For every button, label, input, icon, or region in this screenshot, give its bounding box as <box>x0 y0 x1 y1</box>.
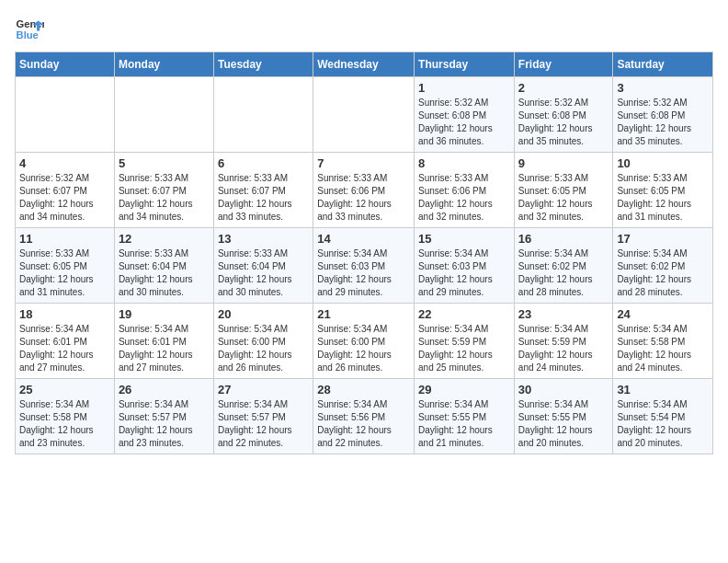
day-number: 8 <box>418 156 510 170</box>
day-number: 25 <box>19 383 110 396</box>
day-info: Sunrise: 5:33 AM Sunset: 6:05 PM Dayligh… <box>19 247 110 299</box>
day-number: 19 <box>119 307 210 321</box>
day-number: 27 <box>218 383 309 396</box>
day-cell: 19Sunrise: 5:34 AM Sunset: 6:01 PM Dayli… <box>114 304 213 379</box>
day-cell <box>213 77 313 153</box>
header-row: SundayMondayTuesdayWednesdayThursdayFrid… <box>16 52 713 77</box>
day-number: 10 <box>617 156 709 170</box>
day-info: Sunrise: 5:34 AM Sunset: 5:59 PM Dayligh… <box>518 323 609 374</box>
day-info: Sunrise: 5:33 AM Sunset: 6:06 PM Dayligh… <box>317 172 410 224</box>
day-cell: 7Sunrise: 5:33 AM Sunset: 6:06 PM Daylig… <box>313 153 415 228</box>
day-info: Sunrise: 5:34 AM Sunset: 5:58 PM Dayligh… <box>19 398 110 450</box>
header-sunday: Sunday <box>16 52 115 77</box>
day-info: Sunrise: 5:34 AM Sunset: 5:54 PM Dayligh… <box>617 398 709 450</box>
day-cell: 24Sunrise: 5:34 AM Sunset: 5:58 PM Dayli… <box>613 304 713 379</box>
day-number: 6 <box>218 156 309 170</box>
logo-icon: General Blue <box>15 15 44 44</box>
day-cell: 16Sunrise: 5:34 AM Sunset: 6:02 PM Dayli… <box>514 228 613 304</box>
day-number: 16 <box>518 232 609 246</box>
day-cell: 26Sunrise: 5:34 AM Sunset: 5:57 PM Dayli… <box>114 379 213 454</box>
day-info: Sunrise: 5:34 AM Sunset: 6:00 PM Dayligh… <box>317 323 410 374</box>
day-number: 22 <box>418 307 510 321</box>
day-cell: 20Sunrise: 5:34 AM Sunset: 6:00 PM Dayli… <box>213 304 313 379</box>
day-info: Sunrise: 5:34 AM Sunset: 5:55 PM Dayligh… <box>518 398 609 450</box>
day-number: 3 <box>617 81 709 95</box>
day-info: Sunrise: 5:34 AM Sunset: 6:02 PM Dayligh… <box>518 247 609 299</box>
day-number: 20 <box>218 307 309 321</box>
day-info: Sunrise: 5:33 AM Sunset: 6:07 PM Dayligh… <box>218 172 309 224</box>
day-number: 28 <box>317 383 410 396</box>
day-info: Sunrise: 5:33 AM Sunset: 6:04 PM Dayligh… <box>218 247 309 299</box>
day-cell: 22Sunrise: 5:34 AM Sunset: 5:59 PM Dayli… <box>415 304 515 379</box>
day-number: 18 <box>19 307 110 321</box>
day-info: Sunrise: 5:34 AM Sunset: 5:55 PM Dayligh… <box>418 398 510 450</box>
header-monday: Monday <box>114 52 213 77</box>
week-row-4: 18Sunrise: 5:34 AM Sunset: 6:01 PM Dayli… <box>16 304 713 379</box>
day-cell <box>313 77 415 153</box>
day-cell: 31Sunrise: 5:34 AM Sunset: 5:54 PM Dayli… <box>613 379 713 454</box>
day-cell: 18Sunrise: 5:34 AM Sunset: 6:01 PM Dayli… <box>16 304 115 379</box>
day-number: 31 <box>617 383 709 396</box>
day-number: 24 <box>617 307 709 321</box>
day-number: 15 <box>418 232 510 246</box>
day-info: Sunrise: 5:34 AM Sunset: 5:59 PM Dayligh… <box>418 323 510 374</box>
day-number: 1 <box>418 81 510 95</box>
header-thursday: Thursday <box>415 52 515 77</box>
svg-text:Blue: Blue <box>17 29 39 40</box>
day-cell: 1Sunrise: 5:32 AM Sunset: 6:08 PM Daylig… <box>415 77 515 153</box>
day-info: Sunrise: 5:34 AM Sunset: 6:01 PM Dayligh… <box>119 323 210 374</box>
day-number: 2 <box>518 81 609 95</box>
day-number: 5 <box>119 156 210 170</box>
day-cell: 17Sunrise: 5:34 AM Sunset: 6:02 PM Dayli… <box>613 228 713 304</box>
day-number: 23 <box>518 307 609 321</box>
day-info: Sunrise: 5:32 AM Sunset: 6:07 PM Dayligh… <box>19 172 110 224</box>
day-number: 4 <box>19 156 110 170</box>
day-info: Sunrise: 5:34 AM Sunset: 6:03 PM Dayligh… <box>317 247 410 299</box>
day-info: Sunrise: 5:34 AM Sunset: 5:58 PM Dayligh… <box>617 323 709 374</box>
week-row-5: 25Sunrise: 5:34 AM Sunset: 5:58 PM Dayli… <box>16 379 713 454</box>
day-cell: 6Sunrise: 5:33 AM Sunset: 6:07 PM Daylig… <box>213 153 313 228</box>
day-info: Sunrise: 5:33 AM Sunset: 6:04 PM Dayligh… <box>119 247 210 299</box>
day-number: 9 <box>518 156 609 170</box>
day-number: 14 <box>317 232 410 246</box>
page-header: General Blue <box>15 15 713 44</box>
day-number: 29 <box>418 383 510 396</box>
header-friday: Friday <box>514 52 613 77</box>
week-row-3: 11Sunrise: 5:33 AM Sunset: 6:05 PM Dayli… <box>16 228 713 304</box>
day-info: Sunrise: 5:34 AM Sunset: 6:01 PM Dayligh… <box>19 323 110 374</box>
day-info: Sunrise: 5:33 AM Sunset: 6:05 PM Dayligh… <box>518 172 609 224</box>
logo: General Blue <box>15 15 44 44</box>
day-cell <box>16 77 115 153</box>
day-info: Sunrise: 5:34 AM Sunset: 5:57 PM Dayligh… <box>119 398 210 450</box>
day-cell: 27Sunrise: 5:34 AM Sunset: 5:57 PM Dayli… <box>213 379 313 454</box>
day-cell: 30Sunrise: 5:34 AM Sunset: 5:55 PM Dayli… <box>514 379 613 454</box>
day-cell: 23Sunrise: 5:34 AM Sunset: 5:59 PM Dayli… <box>514 304 613 379</box>
day-number: 11 <box>19 232 110 246</box>
day-cell: 9Sunrise: 5:33 AM Sunset: 6:05 PM Daylig… <box>514 153 613 228</box>
day-info: Sunrise: 5:34 AM Sunset: 6:00 PM Dayligh… <box>218 323 309 374</box>
day-number: 12 <box>119 232 210 246</box>
day-info: Sunrise: 5:33 AM Sunset: 6:07 PM Dayligh… <box>119 172 210 224</box>
day-info: Sunrise: 5:33 AM Sunset: 6:06 PM Dayligh… <box>418 172 510 224</box>
day-cell: 11Sunrise: 5:33 AM Sunset: 6:05 PM Dayli… <box>16 228 115 304</box>
week-row-2: 4Sunrise: 5:32 AM Sunset: 6:07 PM Daylig… <box>16 153 713 228</box>
day-number: 13 <box>218 232 309 246</box>
day-cell: 3Sunrise: 5:32 AM Sunset: 6:08 PM Daylig… <box>613 77 713 153</box>
day-cell: 28Sunrise: 5:34 AM Sunset: 5:56 PM Dayli… <box>313 379 415 454</box>
day-cell: 14Sunrise: 5:34 AM Sunset: 6:03 PM Dayli… <box>313 228 415 304</box>
week-row-1: 1Sunrise: 5:32 AM Sunset: 6:08 PM Daylig… <box>16 77 713 153</box>
day-cell <box>114 77 213 153</box>
day-info: Sunrise: 5:33 AM Sunset: 6:05 PM Dayligh… <box>617 172 709 224</box>
day-number: 17 <box>617 232 709 246</box>
day-info: Sunrise: 5:32 AM Sunset: 6:08 PM Dayligh… <box>418 97 510 148</box>
day-cell: 4Sunrise: 5:32 AM Sunset: 6:07 PM Daylig… <box>16 153 115 228</box>
day-number: 26 <box>119 383 210 396</box>
day-cell: 5Sunrise: 5:33 AM Sunset: 6:07 PM Daylig… <box>114 153 213 228</box>
day-info: Sunrise: 5:32 AM Sunset: 6:08 PM Dayligh… <box>617 97 709 148</box>
day-info: Sunrise: 5:34 AM Sunset: 5:56 PM Dayligh… <box>317 398 410 450</box>
day-cell: 10Sunrise: 5:33 AM Sunset: 6:05 PM Dayli… <box>613 153 713 228</box>
day-cell: 13Sunrise: 5:33 AM Sunset: 6:04 PM Dayli… <box>213 228 313 304</box>
day-info: Sunrise: 5:34 AM Sunset: 6:03 PM Dayligh… <box>418 247 510 299</box>
calendar-table: SundayMondayTuesdayWednesdayThursdayFrid… <box>15 52 713 454</box>
day-number: 21 <box>317 307 410 321</box>
